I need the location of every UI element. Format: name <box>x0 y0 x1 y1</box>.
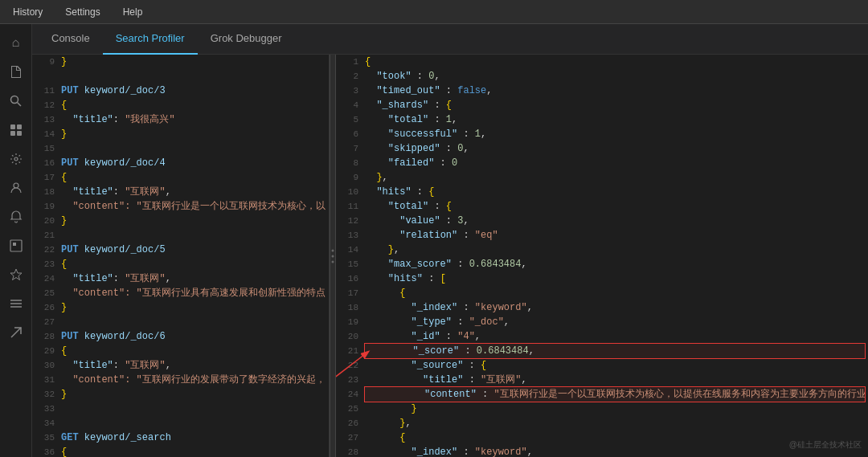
menu-bar: History Settings Help <box>0 0 868 24</box>
panel-divider[interactable] <box>330 55 336 457</box>
right-code-block: 1{ 2 "took" : 0, 3 "timed_out" : false, … <box>336 55 868 457</box>
menu-settings[interactable]: Settings <box>60 3 104 21</box>
left-code-block: 9 } 11 PUT keyword/_doc/3 12 { 13 <box>32 55 329 457</box>
code-line: 28 PUT keyword/_doc/6 <box>32 329 329 344</box>
json-line: 8 "failed" : 0 <box>336 156 868 170</box>
code-line: 25 "content": "互联网行业具有高速发展和创新性强的特点，涵盖了电子… <box>32 286 329 300</box>
svg-point-17 <box>332 260 334 263</box>
tab-search-profiler[interactable]: Search Profiler <box>103 24 198 55</box>
code-line: 26 } <box>32 300 329 315</box>
arrow-icon[interactable] <box>3 320 29 345</box>
code-line: 29 { <box>32 344 329 358</box>
tab-console[interactable]: Console <box>39 24 103 55</box>
code-line: 33 <box>32 402 329 416</box>
star-icon[interactable] <box>3 262 29 288</box>
bell-icon[interactable] <box>3 204 29 230</box>
code-line: 24 "title": "互联网", <box>32 271 329 286</box>
json-score-line-21: 21 "_score" : 0.6843484, <box>336 344 868 358</box>
svg-rect-9 <box>13 243 16 246</box>
svg-rect-3 <box>17 124 22 129</box>
json-line: 1{ <box>336 55 868 69</box>
list-icon[interactable] <box>3 291 29 316</box>
json-line: 12 "value" : 3, <box>336 214 868 228</box>
code-line: 14 } <box>32 127 329 141</box>
json-line: 15 "max_score" : 0.6843484, <box>336 257 868 271</box>
svg-marker-10 <box>10 269 22 280</box>
svg-point-7 <box>14 183 18 188</box>
json-line: 6 "successful" : 1, <box>336 127 868 141</box>
json-line: 13 "relation" : "eq" <box>336 228 868 243</box>
settings-icon[interactable] <box>3 146 29 172</box>
svg-line-1 <box>17 103 21 107</box>
menu-help[interactable]: Help <box>118 3 148 21</box>
code-line: 12 { <box>32 98 329 112</box>
code-line: 16 PUT keyword/_doc/4 <box>32 156 329 170</box>
svg-point-16 <box>332 255 334 257</box>
code-line: 32 } <box>32 387 329 402</box>
code-line: 27 <box>32 315 329 329</box>
cube-icon[interactable] <box>3 233 29 259</box>
svg-rect-5 <box>17 131 22 136</box>
code-line: 20 } <box>32 214 329 228</box>
content-area: 9 } 11 PUT keyword/_doc/3 12 { 13 <box>32 55 868 457</box>
code-line: 35 GET keyword/_search <box>32 430 329 445</box>
json-line: 28 "_index" : "keyword", <box>336 445 868 457</box>
json-line: 26 }, <box>336 416 868 430</box>
code-line: 34 <box>32 416 329 430</box>
tab-bar: Console Search Profiler Grok Debugger <box>32 24 868 55</box>
json-line: 23 "title" : "互联网", <box>336 373 868 387</box>
json-line: 22 "_source" : { <box>336 358 868 373</box>
code-line: 13 "title": "我很高兴" <box>32 112 329 127</box>
main-area: Console Search Profiler Grok Debugger 9 … <box>32 24 868 457</box>
code-line: 30 "title": "互联网", <box>32 358 329 373</box>
account-icon[interactable] <box>3 175 29 201</box>
json-line: 2 "took" : 0, <box>336 69 868 84</box>
json-line: 14 }, <box>336 243 868 257</box>
json-line: 18 "_index" : "keyword", <box>336 300 868 315</box>
menu-history[interactable]: History <box>8 3 47 21</box>
json-line: 4 "_shards" : { <box>336 98 868 112</box>
svg-rect-2 <box>10 124 15 129</box>
code-line: 21 <box>32 228 329 243</box>
json-line: 11 "total" : { <box>336 199 868 214</box>
tab-grok-debugger[interactable]: Grok Debugger <box>198 24 295 55</box>
code-line: 19 "content": "互联网行业是一个以互联网技术为核心，以提供在线服务… <box>32 199 329 214</box>
json-line: 10 "hits" : { <box>336 185 868 199</box>
left-panel: 9 } 11 PUT keyword/_doc/3 12 { 13 <box>32 55 330 457</box>
svg-point-15 <box>332 249 334 251</box>
json-line: 17 { <box>336 286 868 300</box>
code-line: 9 } <box>32 55 329 69</box>
json-line: 27 { <box>336 430 868 445</box>
code-line: 23 { <box>32 257 329 271</box>
code-line: 17 { <box>32 170 329 185</box>
code-line: 11 PUT keyword/_doc/3 <box>32 84 329 98</box>
svg-rect-4 <box>10 131 15 136</box>
search-icon[interactable] <box>3 88 29 114</box>
home-icon[interactable]: ⌂ <box>3 31 29 56</box>
json-line: 9 }, <box>336 170 868 185</box>
code-line: 31 "content": "互联网行业的发展带动了数字经济的兴起，对社会、经济… <box>32 373 329 387</box>
svg-line-14 <box>11 328 21 337</box>
file-icon[interactable] <box>3 59 29 85</box>
code-line <box>32 69 329 84</box>
code-line: 15 <box>32 141 329 156</box>
svg-point-6 <box>14 157 18 161</box>
json-line: 19 "_type" : "_doc", <box>336 315 868 329</box>
code-line: 36 { <box>32 445 329 457</box>
json-line: 5 "total" : 1, <box>336 112 868 127</box>
code-line: 18 "title": "互联网", <box>32 185 329 199</box>
code-line: 22 PUT keyword/_doc/5 <box>32 243 329 257</box>
json-line: 3 "timed_out" : false, <box>336 84 868 98</box>
json-line: 20 "_id" : "4", <box>336 329 868 344</box>
json-content-line-24: 24 "content" : "互联网行业是一个以互联网技术为核心，以提供在线服… <box>336 387 868 402</box>
json-line: 7 "skipped" : 0, <box>336 141 868 156</box>
json-line: 16 "hits" : [ <box>336 271 868 286</box>
extensions-icon[interactable] <box>3 117 29 143</box>
json-line: 25 } <box>336 402 868 416</box>
sidebar: ⌂ <box>0 24 32 457</box>
svg-point-0 <box>10 96 18 104</box>
right-panel: 1{ 2 "took" : 0, 3 "timed_out" : false, … <box>336 55 868 457</box>
